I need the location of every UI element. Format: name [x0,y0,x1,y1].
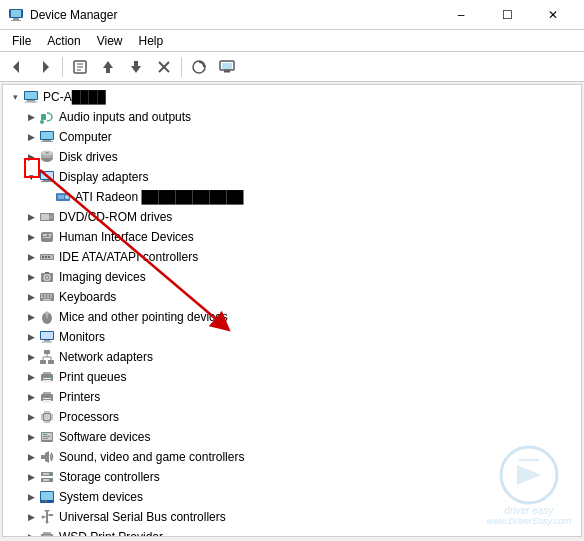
expand-icon[interactable]: ▶ [23,489,39,505]
svg-rect-91 [41,394,53,401]
list-item[interactable]: ▶ Software devices [3,427,581,447]
svg-rect-78 [42,342,52,343]
svg-point-52 [49,234,52,237]
toolbar-sep-2 [181,57,182,77]
expand-icon[interactable]: ▶ [23,289,39,305]
expand-icon[interactable]: ▶ [23,329,39,345]
list-item[interactable]: ▶ Monitors [3,327,581,347]
menu-help[interactable]: Help [131,32,172,50]
svg-rect-81 [48,360,54,364]
svg-rect-39 [43,180,51,181]
open-properties-button[interactable] [214,55,240,79]
expand-icon[interactable]: ▶ [23,409,39,425]
svg-rect-119 [43,473,49,475]
svg-rect-23 [25,92,37,99]
list-item[interactable]: ▶ Disk drives [3,147,581,167]
expand-icon[interactable]: ▶ [23,209,39,225]
expand-icon[interactable]: ▶ [23,309,39,325]
menu-view[interactable]: View [89,32,131,50]
svg-rect-42 [58,195,64,199]
expand-icon[interactable]: ▶ [23,109,39,125]
expand-icon[interactable]: ▶ [23,429,39,445]
hid-icon [39,229,55,245]
expand-icon[interactable]: ▶ [23,269,39,285]
expand-icon[interactable]: ▶ [23,369,39,385]
list-item[interactable]: ▶ IDE ATA/ATAPI controllers [3,247,581,267]
expand-icon[interactable]: ▶ [23,249,39,265]
list-item[interactable]: ▶ Printers [3,387,581,407]
item-label: Disk drives [59,150,118,164]
expand-icon[interactable]: ▶ [23,529,39,537]
display-adapters-item[interactable]: ▾ Display adapters [3,167,581,187]
item-label: Monitors [59,330,105,344]
svg-rect-80 [40,360,46,364]
svg-rect-57 [48,256,50,258]
menu-file[interactable]: File [4,32,39,50]
svg-rect-79 [44,350,50,354]
list-item[interactable]: ▶ Mice and other pointing devices [3,307,581,327]
ide-icon [39,249,55,265]
expand-icon[interactable]: ▶ [23,449,39,465]
svg-rect-88 [43,378,51,379]
list-item[interactable]: ▶ WSD Print Provider [3,527,581,537]
expand-icon[interactable]: ▶ [23,389,39,405]
scan-button[interactable] [186,55,212,79]
svg-rect-94 [43,400,51,403]
list-item[interactable]: ▶ Print queues [3,367,581,387]
svg-rect-71 [43,299,51,301]
minimize-button[interactable]: – [438,0,484,30]
expand-icon[interactable]: ▶ [23,469,39,485]
rollback-button[interactable] [123,55,149,79]
audio-icon [39,109,55,125]
item-label: Processors [59,410,119,424]
svg-rect-93 [43,398,51,399]
expand-icon[interactable]: ▶ [23,129,39,145]
list-item[interactable]: ATI Radeon ████████████ [3,187,581,207]
expand-icon[interactable]: ▶ [23,149,39,165]
svg-point-43 [65,195,69,199]
svg-rect-38 [41,172,53,179]
hid-item[interactable]: ▶ Human Interface Devices [3,227,581,247]
svg-rect-13 [134,61,138,66]
root-expand-icon[interactable]: ▾ [7,89,23,105]
uninstall-button[interactable] [151,55,177,79]
properties-button[interactable] [67,55,93,79]
forward-button[interactable] [32,55,58,79]
list-item[interactable]: ▶ Computer [3,127,581,147]
printers-icon [39,389,55,405]
expand-icon[interactable]: ▶ [23,349,39,365]
sound-icon [39,449,55,465]
svg-point-117 [51,473,53,475]
list-item[interactable]: ▶ Network adapters [3,347,581,367]
item-label: Mice and other pointing devices [59,310,228,324]
expand-icon[interactable]: ▶ [23,229,39,245]
svg-rect-11 [106,68,110,73]
close-button[interactable]: ✕ [530,0,576,30]
hid-label: Human Interface Devices [59,230,194,244]
back-button[interactable] [4,55,30,79]
svg-point-48 [50,216,52,218]
list-item[interactable]: ▶ Keyboards [3,287,581,307]
list-item[interactable]: ▶ Imaging devices [3,267,581,287]
update-driver-button[interactable] [95,55,121,79]
svg-point-90 [50,376,52,378]
svg-rect-21 [224,71,230,73]
svg-point-132 [46,521,49,524]
tree-root[interactable]: ▾ PC-A████ [3,87,581,107]
svg-rect-3 [11,20,21,21]
menu-action[interactable]: Action [39,32,88,50]
svg-rect-69 [47,297,49,299]
svg-rect-1 [11,10,21,17]
expand-icon[interactable]: ▶ [23,509,39,525]
svg-rect-114 [41,455,45,459]
device-tree-panel[interactable]: ▾ PC-A████ ▶ A [2,84,582,537]
list-item[interactable]: ▶ Proces [3,407,581,427]
svg-point-60 [46,276,48,278]
list-item[interactable]: ▶ DVD/CD-ROM drives [3,207,581,227]
display-expand-icon[interactable]: ▾ [23,169,39,185]
watermark-url: www.DriverEasy.com [487,516,571,526]
svg-rect-70 [50,297,52,299]
list-item[interactable]: ▶ Audio inputs and outputs [3,107,581,127]
svg-rect-19 [222,63,232,69]
maximize-button[interactable]: ☐ [484,0,530,30]
